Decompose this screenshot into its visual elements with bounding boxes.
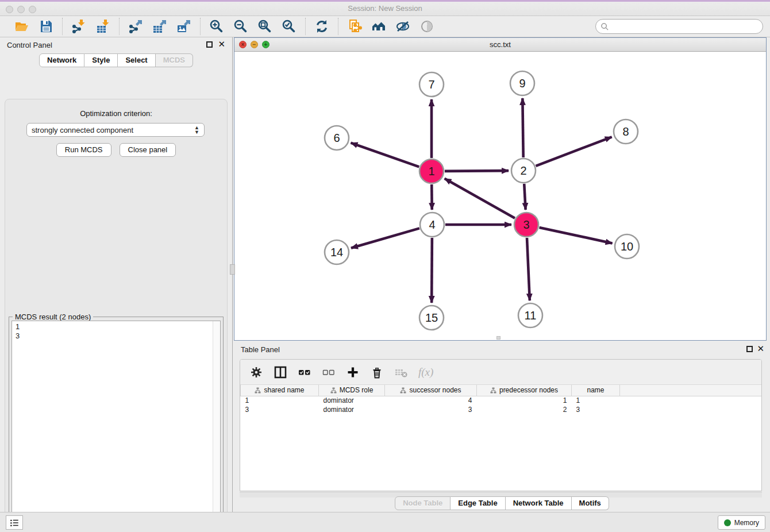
- cell-name[interactable]: 1: [572, 396, 620, 405]
- optimization-criterion-label: Optimization criterion:: [5, 109, 227, 118]
- column-header-name[interactable]: name: [572, 385, 620, 396]
- edge-2-9[interactable]: [522, 98, 523, 157]
- column-header-MCDS-role[interactable]: MCDS role: [319, 385, 385, 396]
- mcds-result-text[interactable]: 1 3: [11, 321, 221, 531]
- save-session-button[interactable]: [38, 18, 54, 34]
- control-panel-tabs: NetworkStyleSelectMCDS: [0, 53, 232, 67]
- edge-4-14[interactable]: [351, 228, 419, 248]
- column-header-shared-name[interactable]: shared name: [241, 385, 319, 396]
- show-column-button[interactable]: [274, 365, 287, 379]
- edge-4-15[interactable]: [432, 238, 432, 303]
- export-table-button[interactable]: [152, 18, 168, 34]
- apply-layout-button[interactable]: [314, 18, 330, 34]
- cell-filler: [620, 405, 762, 414]
- cell-shared-name[interactable]: 3: [241, 405, 319, 414]
- memory-label: Memory: [734, 519, 759, 527]
- hide-selected-button[interactable]: [395, 18, 411, 34]
- clone-network-button[interactable]: [346, 18, 363, 34]
- close-table-panel-icon[interactable]: ✕: [757, 344, 764, 354]
- tab-style[interactable]: Style: [84, 53, 118, 67]
- edge-3-10[interactable]: [539, 228, 612, 244]
- close-panel-button[interactable]: Close panel: [120, 143, 176, 157]
- table-row[interactable]: 1dominator411: [241, 396, 762, 405]
- node-label-9: 9: [519, 77, 525, 90]
- tab-motifs[interactable]: Motifs: [572, 496, 609, 510]
- close-panel-icon[interactable]: ✕: [218, 39, 225, 49]
- network-splitter-grip[interactable]: [496, 336, 500, 340]
- select-all-button[interactable]: [298, 365, 311, 379]
- delete-column-button[interactable]: [370, 365, 384, 379]
- result-scrollbar[interactable]: [213, 321, 220, 530]
- column-header-successor-nodes[interactable]: successor nodes: [385, 385, 477, 396]
- edge-1-2[interactable]: [445, 171, 509, 171]
- cell-MCDS-role[interactable]: dominator: [319, 405, 385, 414]
- export-network-button[interactable]: [128, 18, 144, 34]
- zoom-fit-button[interactable]: [257, 18, 273, 34]
- table-mode-button[interactable]: [249, 365, 263, 379]
- edge-2-3[interactable]: [524, 184, 525, 210]
- first-neighbors-button[interactable]: [371, 18, 387, 34]
- zoom-selected-icon: [282, 19, 297, 34]
- export-table-icon: [152, 19, 167, 34]
- cell-predecessor-nodes[interactable]: 1: [477, 396, 572, 405]
- edge-3-1[interactable]: [445, 179, 515, 218]
- refresh-icon: [314, 19, 329, 34]
- tab-network-table[interactable]: Network Table: [506, 496, 572, 510]
- node-4[interactable]: 4: [420, 213, 444, 237]
- tab-mcds[interactable]: MCDS: [156, 53, 193, 67]
- edge-1-6[interactable]: [351, 143, 419, 167]
- search-input[interactable]: [609, 21, 763, 32]
- node-11[interactable]: 11: [518, 303, 542, 327]
- node-9[interactable]: 9: [510, 71, 534, 95]
- panel-splitter-grip[interactable]: [230, 264, 235, 275]
- tab-network[interactable]: Network: [39, 53, 84, 67]
- node-label-3: 3: [523, 218, 529, 231]
- zoom-out-button[interactable]: [233, 18, 249, 34]
- export-image-button[interactable]: [176, 18, 192, 34]
- network-canvas[interactable]: 7968124314101511: [234, 52, 766, 340]
- cell-shared-name[interactable]: 1: [241, 396, 319, 405]
- float-panel-icon[interactable]: [206, 41, 213, 48]
- node-6[interactable]: 6: [325, 126, 349, 150]
- node-10[interactable]: 10: [615, 234, 639, 259]
- cell-successor-nodes[interactable]: 3: [385, 405, 477, 414]
- mcds-result-fieldset: MCDS result (2 nodes) 1 3: [9, 317, 224, 532]
- cell-filler: [620, 396, 762, 405]
- column-header-predecessor-nodes[interactable]: predecessor nodes: [477, 385, 572, 396]
- node-1[interactable]: 1: [419, 159, 444, 183]
- import-table-button[interactable]: [95, 18, 111, 34]
- edge-2-8[interactable]: [536, 137, 611, 166]
- float-table-panel-icon[interactable]: [746, 346, 753, 352]
- deselect-all-button[interactable]: [322, 365, 336, 379]
- create-column-button[interactable]: [346, 365, 360, 379]
- node-2[interactable]: 2: [511, 159, 536, 183]
- show-all-button[interactable]: [419, 18, 435, 34]
- search-field[interactable]: [595, 19, 763, 34]
- optimization-criterion-select[interactable]: strongly connected component ▲▼: [26, 123, 205, 137]
- sort-icon: [400, 387, 406, 394]
- open-session-button[interactable]: [14, 18, 30, 34]
- node-7[interactable]: 7: [419, 72, 444, 97]
- panel-splitter[interactable]: [232, 37, 233, 512]
- node-15[interactable]: 15: [419, 306, 444, 330]
- tab-edge-table[interactable]: Edge Table: [451, 496, 505, 510]
- zoom-selected-button[interactable]: [281, 18, 297, 34]
- node-3[interactable]: 3: [514, 213, 538, 237]
- node-label-2: 2: [520, 164, 526, 177]
- cell-name[interactable]: 3: [572, 405, 620, 414]
- tab-node-table[interactable]: Node Table: [395, 496, 451, 510]
- edge-3-11[interactable]: [527, 238, 530, 300]
- table-row[interactable]: 3dominator323: [241, 405, 762, 414]
- zoom-in-button[interactable]: [209, 18, 225, 34]
- node-8[interactable]: 8: [614, 119, 638, 144]
- import-network-button[interactable]: [71, 18, 87, 34]
- ui-settings-button[interactable]: [6, 515, 23, 530]
- cell-predecessor-nodes[interactable]: 2: [477, 405, 572, 414]
- cell-MCDS-role[interactable]: dominator: [319, 396, 385, 405]
- node-14[interactable]: 14: [325, 240, 349, 264]
- tab-select[interactable]: Select: [118, 53, 155, 67]
- run-mcds-button[interactable]: Run MCDS: [56, 143, 111, 157]
- cell-successor-nodes[interactable]: 4: [385, 396, 477, 405]
- network-window-titlebar[interactable]: × − + scc.txt: [234, 38, 766, 52]
- memory-button[interactable]: Memory: [718, 515, 765, 530]
